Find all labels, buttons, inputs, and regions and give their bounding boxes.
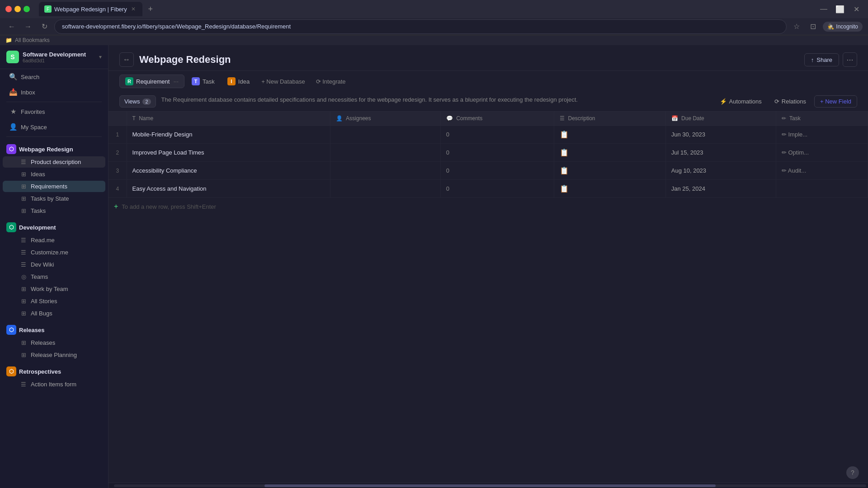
sidebar-item-release-planning[interactable]: ⊞ Release Planning: [3, 349, 105, 361]
sidebar-item-action-items-form[interactable]: ☰ Action Items form: [3, 379, 105, 390]
row-name[interactable]: Easy Access and Navigation: [127, 180, 330, 198]
row-description[interactable]: 📋: [554, 126, 666, 144]
row-task[interactable]: ✏ Imple...: [776, 126, 868, 144]
new-tab-button[interactable]: +: [144, 3, 157, 15]
row-name[interactable]: Mobile-Friendly Design: [127, 126, 330, 144]
due-date-col-label: Due Date: [681, 115, 704, 122]
due-date-col-icon: 📅: [671, 115, 678, 122]
sidebar-section-retrospectives[interactable]: ⬡ Retrospectives: [0, 363, 108, 378]
bookmark-button[interactable]: ☆: [790, 20, 803, 33]
ideas-label: Ideas: [31, 171, 45, 178]
requirement-tab-dots[interactable]: ···: [173, 78, 179, 85]
row-comments: 0: [440, 144, 554, 162]
sidebar-item-releases[interactable]: ⊞ Releases: [3, 337, 105, 348]
close-window-button[interactable]: [5, 6, 12, 12]
sidebar-item-inbox[interactable]: 📥 Inbox: [3, 85, 105, 99]
row-comments: 0: [440, 180, 554, 198]
sidebar-item-product-description[interactable]: ☰ Product description: [3, 156, 105, 168]
help-button[interactable]: ?: [846, 466, 859, 479]
sidebar-item-readme[interactable]: ☰ Read.me: [3, 235, 105, 246]
row-assignees[interactable]: [330, 162, 440, 180]
row-due-date[interactable]: Jan 25, 2024: [665, 180, 776, 198]
row-description[interactable]: 📋: [554, 144, 666, 162]
maximize-window-button[interactable]: [24, 6, 30, 12]
col-task[interactable]: ✏ Task: [776, 112, 868, 126]
sidebar-item-ideas[interactable]: ⊞ Ideas: [3, 169, 105, 180]
sidebar-item-my-space[interactable]: 👤 My Space: [3, 120, 105, 134]
row-description[interactable]: 📋: [554, 162, 666, 180]
tab-requirement[interactable]: R Requirement ···: [119, 75, 184, 88]
integrate-button[interactable]: ⟳ Integrate: [311, 76, 350, 87]
description-col-label: Description: [568, 115, 595, 122]
browser-minimize-icon[interactable]: —: [817, 3, 830, 15]
incognito-button[interactable]: 🕵 Incognito: [823, 22, 863, 32]
row-name[interactable]: Accessibility Compliance: [127, 162, 330, 180]
sidebar-item-devwiki[interactable]: ☰ Dev Wiki: [3, 259, 105, 270]
table-row[interactable]: 1 Mobile-Friendly Design 0 📋 Jun 30, 202…: [108, 126, 868, 144]
new-database-label: + New Database: [261, 78, 305, 85]
col-description[interactable]: ☰ Description: [554, 112, 666, 126]
table-row[interactable]: 3 Accessibility Compliance 0 📋 Aug 10, 2…: [108, 162, 868, 180]
tab-close-button[interactable]: ✕: [130, 5, 137, 13]
scrollbar-thumb[interactable]: [264, 484, 716, 487]
back-button[interactable]: ←: [5, 20, 18, 33]
table-header-row: T Name 👤 Assignees 💬 Comments ☰: [108, 112, 868, 126]
bottom-scrollbar[interactable]: [108, 483, 868, 488]
sidebar-item-work-by-team[interactable]: ⊞ Work by Team: [3, 283, 105, 295]
scrollbar-track[interactable]: [114, 484, 866, 487]
sidebar-item-tasks[interactable]: ⊞ Tasks: [3, 205, 105, 216]
add-row-hint[interactable]: + To add a new row, press Shift+Enter: [108, 198, 868, 215]
sidebar-section-webpage-redesign[interactable]: ⬡ Webpage Redesign: [0, 141, 108, 156]
col-assignees[interactable]: 👤 Assignees: [330, 112, 440, 126]
col-due-date[interactable]: 📅 Due Date: [665, 112, 776, 126]
sidebar-item-teams[interactable]: ◎ Teams: [3, 271, 105, 282]
row-due-date[interactable]: Jun 30, 2023: [665, 126, 776, 144]
browser-restore-icon[interactable]: ⬜: [834, 3, 846, 15]
workspace-header[interactable]: S Software Development 6ad8d3d1 ▾: [0, 45, 108, 69]
row-name[interactable]: Improved Page Load Times: [127, 144, 330, 162]
sidebar-item-search[interactable]: 🔍 Search: [3, 70, 105, 84]
sidebar-section-releases[interactable]: ⬡ Releases: [0, 321, 108, 337]
share-button[interactable]: ↑ Share: [804, 53, 839, 66]
more-options-button[interactable]: ···: [843, 52, 857, 67]
row-due-date[interactable]: Aug 10, 2023: [665, 162, 776, 180]
table-row[interactable]: 4 Easy Access and Navigation 0 📋 Jan 25,…: [108, 180, 868, 198]
active-tab[interactable]: F Webpage Redesign | Fibery ✕: [39, 2, 142, 16]
page-back-button[interactable]: ↔: [119, 52, 134, 67]
views-button[interactable]: Views 2: [119, 95, 156, 108]
sidebar-section-development[interactable]: ⬡ Development: [0, 219, 108, 234]
table-container[interactable]: T Name 👤 Assignees 💬 Comments ☰: [108, 112, 868, 483]
sidebar-item-customizeme[interactable]: ☰ Customize.me: [3, 247, 105, 258]
minimize-window-button[interactable]: [14, 6, 21, 12]
tab-idea[interactable]: I Idea: [222, 75, 255, 88]
refresh-button[interactable]: ↻: [38, 20, 51, 33]
browser-close-icon[interactable]: ✕: [850, 3, 863, 15]
devwiki-label: Dev Wiki: [31, 261, 54, 268]
row-assignees[interactable]: [330, 144, 440, 162]
row-task[interactable]: ✏ Optim...: [776, 144, 868, 162]
row-assignees[interactable]: [330, 180, 440, 198]
row-due-date[interactable]: Jul 15, 2023: [665, 144, 776, 162]
address-bar[interactable]: [54, 19, 787, 34]
new-field-button[interactable]: + New Field: [814, 95, 857, 108]
row-assignees[interactable]: [330, 126, 440, 144]
forward-button[interactable]: →: [22, 20, 34, 33]
automations-button[interactable]: ⚡ Automations: [715, 96, 766, 107]
col-comments[interactable]: 💬 Comments: [440, 112, 554, 126]
tab-task[interactable]: T Task: [186, 75, 220, 88]
sidebar-item-all-bugs[interactable]: ⊞ All Bugs: [3, 308, 105, 319]
sidebar-item-requirements[interactable]: ⊞ Requirements: [3, 181, 105, 192]
row-description[interactable]: 📋: [554, 180, 666, 198]
requirements-label: Requirements: [31, 183, 67, 190]
table-row[interactable]: 2 Improved Page Load Times 0 📋 Jul 15, 2…: [108, 144, 868, 162]
relations-button[interactable]: ⟳ Relations: [770, 96, 811, 107]
new-database-button[interactable]: + New Database: [257, 76, 309, 87]
row-task[interactable]: [776, 180, 868, 198]
nav-bar: ← → ↻ ☆ ⊡ 🕵 Incognito: [0, 18, 868, 35]
row-task[interactable]: ✏ Audit...: [776, 162, 868, 180]
sidebar-item-all-stories[interactable]: ⊞ All Stories: [3, 296, 105, 307]
layout-button[interactable]: ⊡: [807, 20, 819, 33]
sidebar-item-tasks-by-state[interactable]: ⊞ Tasks by State: [3, 193, 105, 204]
sidebar-item-favorites[interactable]: ★ Favorites: [3, 104, 105, 119]
col-name[interactable]: T Name: [127, 112, 330, 126]
